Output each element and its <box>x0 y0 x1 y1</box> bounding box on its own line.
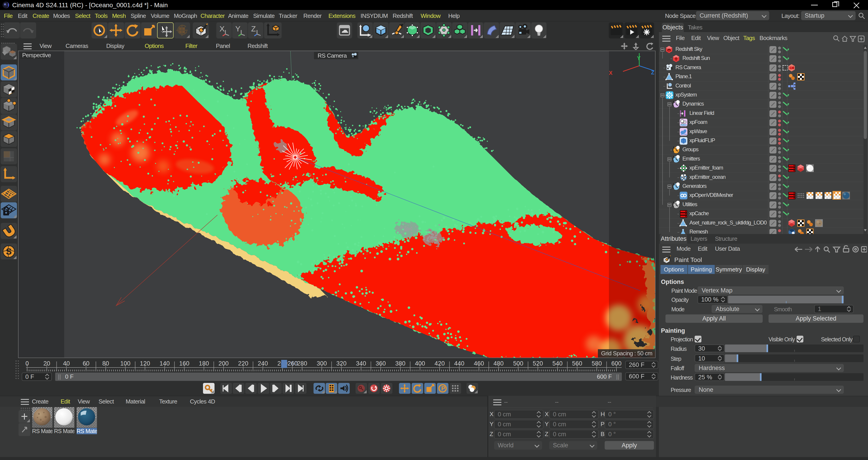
svg-text:360: 360 <box>376 360 386 367</box>
svg-text:280: 280 <box>297 360 307 367</box>
svg-text:400: 400 <box>415 360 425 367</box>
svg-text:60: 60 <box>83 360 90 367</box>
svg-text:160: 160 <box>179 360 189 367</box>
svg-text:580: 580 <box>592 360 602 367</box>
svg-text:420: 420 <box>434 360 445 367</box>
svg-text:P: P <box>441 385 445 392</box>
svg-text:260: 260 <box>287 360 298 367</box>
svg-text:100: 100 <box>120 360 130 367</box>
svg-text:120: 120 <box>140 360 150 367</box>
svg-text:460: 460 <box>474 360 484 367</box>
svg-text:180: 180 <box>199 360 209 367</box>
svg-text:X: X <box>609 70 613 76</box>
svg-text:320: 320 <box>336 360 346 367</box>
svg-text:Z: Z <box>651 69 654 75</box>
svg-text:440: 440 <box>454 360 464 367</box>
svg-text:480: 480 <box>493 360 504 367</box>
svg-text:Y: Y <box>637 55 641 61</box>
svg-text:140: 140 <box>160 360 170 367</box>
svg-text:220: 220 <box>238 360 248 367</box>
svg-text:200: 200 <box>218 360 228 367</box>
svg-text:20: 20 <box>43 360 50 367</box>
svg-text:380: 380 <box>395 360 405 367</box>
svg-text:S: S <box>6 247 12 256</box>
svg-text:Z: Z <box>251 24 256 33</box>
svg-text:240: 240 <box>258 360 268 367</box>
svg-text:300: 300 <box>317 360 327 367</box>
svg-text:540: 540 <box>553 360 563 367</box>
svg-text:40: 40 <box>63 360 70 367</box>
svg-text:560: 560 <box>572 360 582 367</box>
svg-text:80: 80 <box>102 360 109 367</box>
svg-text:520: 520 <box>533 360 543 367</box>
svg-text:600: 600 <box>611 360 621 367</box>
svg-text:Y: Y <box>235 24 241 33</box>
svg-text:500: 500 <box>513 360 523 367</box>
svg-text:340: 340 <box>356 360 366 367</box>
svg-text:X: X <box>219 24 225 33</box>
svg-text:0: 0 <box>25 360 29 367</box>
